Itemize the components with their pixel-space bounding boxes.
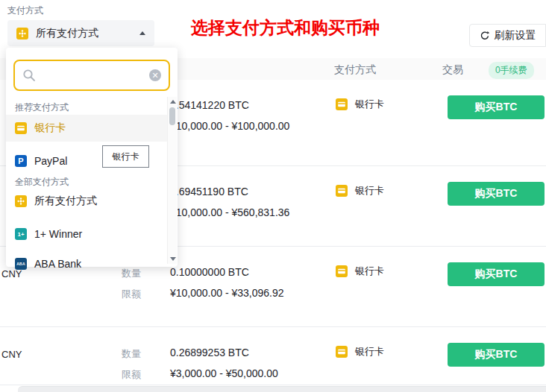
dropdown-item-label: ABA Bank [34,258,81,270]
dropdown-item-bank-card[interactable]: 银行卡 [6,115,167,142]
dropdown-item-label: 1+ Winner [34,228,82,240]
table-row: CNY 数量 0.26899253 BTC 限额 ¥3,000.00 - ¥50… [0,327,546,385]
bank-card-icon [15,122,27,134]
binance-pay-icon [16,28,28,39]
search-icon [22,69,36,82]
payment-search-box: ✕ [13,60,170,91]
zero-fee-badge[interactable]: 0手续费 [489,62,534,79]
payment-label: 银行卡 [355,184,384,197]
payment-label: 银行卡 [355,345,384,358]
buy-btc-button[interactable]: 购买BTC [448,95,545,119]
bank-card-icon [336,185,348,197]
qty-value: 0.10000000 BTC [170,266,249,278]
scrollbar-thumb[interactable] [169,107,175,125]
payment-method: 银行卡 [336,184,384,197]
col-trade: 交易 [442,63,463,77]
payment-method-dropdown: ✕ 推荐支付方式 银行卡 P PayPal 银行卡 全部支付方式 所有支付方式 … [6,48,178,267]
bank-card-icon [336,346,348,358]
buy-btc-button[interactable]: 购买BTC [448,343,545,367]
bank-card-tooltip: 银行卡 [102,145,149,168]
refresh-label: 刷新设置 [495,29,536,42]
bank-card-icon [336,98,348,110]
qty-value: 0.69451190 BTC [170,186,248,197]
payment-filter-label: 支付方式 [7,4,43,17]
payment-method: 银行卡 [336,265,384,278]
limit-value: ¥10,000.00 - ¥33,096.92 [170,287,284,299]
payment-method-select[interactable]: 所有支付方式 [7,20,154,46]
qty-value: 0.54141220 BTC [170,99,249,111]
col-payment-method: 支付方式 [334,63,376,77]
1plus-winner-icon: 1+ [15,228,27,240]
scroll-up-icon[interactable] [170,100,176,104]
binance-pay-icon [15,195,27,207]
buy-btc-button[interactable]: 购买BTC [448,182,545,206]
qty-label: 数量 [122,347,141,361]
next-section-edge [18,386,546,392]
annotation-text: 选择支付方式和购买币种 [191,16,380,39]
price-currency: CNY [1,349,22,360]
clear-search-icon[interactable]: ✕ [149,69,161,81]
p2p-buy-page: 支付方式 所有支付方式 选择支付方式和购买币种 刷新设置 支付方式 交易 0手续… [0,0,546,392]
payment-label: 银行卡 [355,265,384,278]
all-methods-section-title: 全部支付方式 [15,176,69,189]
aba-bank-icon: ABA [15,258,27,270]
refresh-icon [480,31,490,41]
payment-method: 银行卡 [336,345,384,358]
dropdown-scrollbar[interactable] [167,97,177,264]
dropdown-item-label: PayPal [34,155,67,167]
payment-method: 银行卡 [336,98,384,111]
dropdown-item-aba-bank[interactable]: ABA ABA Bank [6,250,167,277]
bank-card-icon [336,265,348,277]
limit-label: 限额 [122,288,141,301]
limit-value: ¥10,000.00 - ¥560,831.36 [170,206,289,218]
dropdown-item-label: 银行卡 [34,121,66,135]
payment-search-input[interactable] [42,69,143,82]
buy-btc-button[interactable]: 购买BTC [448,262,545,286]
recommended-section-title: 推荐支付方式 [15,101,69,114]
limit-value: ¥3,000.00 - ¥50,000.00 [170,367,278,379]
payment-select-value: 所有支付方式 [36,27,139,40]
payment-label: 银行卡 [355,98,384,111]
limit-value: ¥10,000.00 - ¥100,000.00 [170,120,289,132]
qty-value: 0.26899253 BTC [170,347,249,358]
dropdown-item-1plus-winner[interactable]: 1+ 1+ Winner [6,221,167,247]
dropdown-item-label: 所有支付方式 [34,195,97,208]
limit-label: 限额 [122,368,141,382]
dropdown-item-all-payment-methods[interactable]: 所有支付方式 [6,188,167,215]
paypal-icon: P [15,155,27,167]
chevron-up-icon [139,31,145,35]
scroll-down-icon[interactable] [170,257,176,261]
refresh-settings-button[interactable]: 刷新设置 [469,24,546,47]
